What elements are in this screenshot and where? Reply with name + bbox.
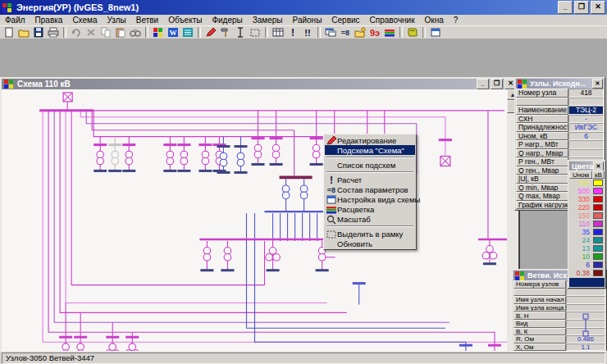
app-title-bar[interactable]: Энергия(УР) (IvGES_8new1) _ ❐ ✕ [0,0,607,15]
branches-row-value[interactable]: 1.1 [566,344,605,352]
menu-item-2[interactable]: Схема [67,16,102,25]
nodes-row-value[interactable]: 6 [568,132,604,141]
toolbar-undo-icon[interactable] [69,26,84,39]
colors-row-2[interactable]: 330 [569,195,605,203]
toolbar-text-tool-icon[interactable] [233,26,248,39]
color-swatch[interactable] [593,212,603,219]
colors-row-6[interactable]: 35 [569,228,605,236]
color-swatch[interactable] [593,253,603,260]
restore-button[interactable]: ❐ [574,1,589,14]
toolbar-calc-all-icon[interactable]: !! [300,26,315,39]
nodes-panel-close-icon[interactable]: ✕ [592,79,603,89]
context-menu-item-8[interactable]: Выделить в рамку [325,229,415,239]
toolbar-paste-icon[interactable] [113,26,128,39]
toolbar-save-icon[interactable] [31,26,46,39]
nodes-row-value[interactable] [568,98,604,107]
context-menu-item-3[interactable]: !Расчет [325,175,415,184]
menu-item-4[interactable]: Ветви [131,16,163,25]
branches-row-value[interactable] [566,304,605,312]
colors-row-5[interactable]: 110 [569,220,605,228]
schema-title-bar[interactable]: Схема 110 кВ _ ❐ ✕ [2,79,518,89]
nodes-row-value[interactable]: 418 [568,89,604,98]
minimize-button[interactable]: _ [558,1,573,14]
nodes-row-value[interactable] [568,149,604,158]
toolbar-colorize-icon[interactable] [382,26,397,39]
color-swatch[interactable] [593,221,603,227]
colors-row-3[interactable]: 220 [569,203,605,212]
close-button[interactable]: ✕ [591,1,605,14]
nodes-row-value[interactable]: ИвГЭС [568,123,604,132]
toolbar-new-icon[interactable] [2,26,16,39]
menu-item-8[interactable]: Районы [288,16,327,25]
colors-row-0[interactable]: 750 [569,179,605,187]
context-menu: РедактированиеПодсхема "Схема"Список под… [323,134,417,250]
colors-panel-close-icon[interactable]: ✕ [593,162,604,171]
nodes-row-value[interactable]: ТЭЦ-2 [568,106,604,115]
toolbar-calc-icon[interactable]: ! [285,26,300,39]
toolbar-tools-icon[interactable] [218,26,233,39]
toolbar-copy-icon[interactable] [98,26,113,39]
menu-item-7[interactable]: Замеры [248,16,288,25]
colors-row-4[interactable]: 150 [569,212,605,220]
schematic-canvas[interactable] [2,89,507,364]
context-menu-item-2[interactable]: Список подсхем [325,160,415,170]
context-menu-item-9[interactable]: Обновить [325,239,415,248]
menu-item-11[interactable]: Окна [420,16,449,25]
color-swatch[interactable] [593,262,603,268]
menu-item-12[interactable]: ? [449,16,463,25]
menu-item-0[interactable]: Файл [0,16,30,25]
color-swatch[interactable] [593,245,603,252]
toolbar-excel-export-icon[interactable] [180,26,195,39]
colors-row-11[interactable]: 0.38 [569,269,605,277]
color-swatch[interactable] [593,196,603,202]
toolbar-word-export-icon[interactable]: W [166,26,180,39]
toolbar-windows-list-icon[interactable] [323,26,338,39]
toolbar-edit-mode-icon[interactable] [203,26,218,39]
toolbar-reference-book-icon[interactable] [405,26,420,39]
toolbar-print-icon[interactable] [46,26,61,39]
toolbar-schema-window-icon[interactable] [428,26,443,39]
menu-item-6[interactable]: Фидеры [207,16,247,25]
color-swatch[interactable] [593,229,603,235]
color-swatch[interactable] [593,204,603,211]
color-swatch[interactable] [593,188,603,194]
colors-panel-title-bar[interactable]: Цвета ✕ [569,162,605,171]
context-menu-item-0[interactable]: Редактирование [325,135,415,145]
color-swatch[interactable] [593,270,603,276]
schema-restore-button[interactable]: ❐ [491,79,503,89]
color-swatch[interactable] [593,237,603,243]
context-menu-item-7[interactable]: Масштаб [325,214,415,224]
power-grid-schematic[interactable] [2,89,507,364]
toolbar-parameters-icon[interactable]: =8 [338,26,353,39]
colors-row-7[interactable]: 24 [569,236,605,244]
menu-item-1[interactable]: Правка [30,16,68,25]
toolbar-open-icon[interactable] [16,26,31,39]
context-menu-item-1[interactable]: Подсхема "Схема" [325,145,415,155]
colors-row-8[interactable]: 13 [569,244,605,253]
menu-item-10[interactable]: Справочник [365,16,420,25]
colors-row-1[interactable]: 500 [569,187,605,195]
branches-row-value[interactable] [566,296,605,304]
toolbar-delete-icon[interactable] [84,26,98,39]
menu-item-5[interactable]: Объекты [163,16,207,25]
branches-row-value[interactable] [566,289,605,297]
menu-item-3[interactable]: Узлы [102,16,130,25]
colors-row-10[interactable]: 6 [569,261,605,269]
nodes-panel-title-bar[interactable]: Узлы. Исходн... ✕ [516,79,604,89]
context-menu-item-4[interactable]: =8Состав параметров [325,184,415,194]
toolbar-properties-icon[interactable] [353,26,367,39]
nodes-row-value[interactable] [568,140,604,149]
color-swatch[interactable] [593,180,603,186]
toolbar-app-icon[interactable] [151,26,166,39]
context-menu-item-6[interactable]: Расцветка [325,204,415,214]
toolbar-table-icon[interactable] [271,26,285,39]
context-menu-item-5[interactable]: Настройка вида схемы [325,194,415,204]
toolbar-voltage-labels-icon[interactable]: 9э [367,26,382,39]
colors-selected-row[interactable] [569,278,605,287]
colors-row-9[interactable]: 10 [569,253,605,261]
nodes-row-value[interactable]: - [568,115,604,124]
schema-minimize-button[interactable]: _ [477,79,489,89]
toolbar-select-frame-icon[interactable] [248,26,262,39]
menu-item-9[interactable]: Сервис [326,16,364,25]
toolbar-find-icon[interactable] [128,26,143,39]
